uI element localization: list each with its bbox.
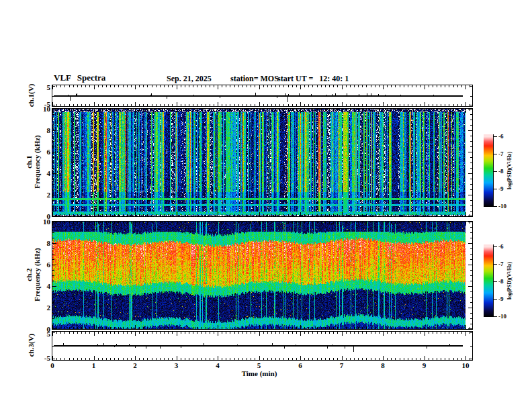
colorbar-tick-label: -9: [498, 185, 504, 192]
panel-ch1-voltage: [52, 85, 473, 107]
colorbar-tick-label: -7: [498, 261, 504, 267]
time-tick-label: 10: [462, 361, 470, 369]
ch2-colorbar-label: log(PSD)(V²/Hz): [506, 262, 513, 300]
ch1-frequency-axis-label: ch.1 Frequency (kHz): [25, 135, 41, 189]
time-tick-label: 8: [381, 361, 385, 369]
ch1-waveform-canvas: [52, 85, 472, 106]
plot-start-ut: start UT = 12: 40: 1: [277, 74, 349, 84]
ch3-waveform-canvas: [52, 332, 472, 360]
ch2-spectrogram-canvas: [52, 222, 472, 329]
plot-date: Sep. 21, 2025: [167, 74, 212, 84]
time-tick-label: 0: [50, 361, 54, 369]
ch1-spectrogram-canvas: [52, 109, 472, 216]
time-tick-label: 6: [298, 361, 302, 369]
plot-station: station= MOS: [230, 74, 279, 84]
ch2-frequency-axis-label-line2: Frequency (kHz): [33, 248, 41, 302]
colorbar-tick-label: -8: [498, 168, 504, 175]
ch1-freq-tick-label: 4: [26, 170, 50, 177]
colorbar-tick-label: -10: [498, 203, 506, 210]
colorbar-tick-label: -6: [498, 243, 504, 250]
time-tick-label: 1: [92, 361, 96, 369]
time-tick-label: 5: [257, 361, 261, 369]
ch2-freq-tick-label: 10: [26, 218, 50, 226]
time-axis-label: Time (min): [242, 369, 277, 377]
panel-ch2-spectrogram: [52, 221, 473, 330]
page-title: VLF Spectra: [54, 73, 105, 83]
ch2-freq-tick-label: 8: [26, 240, 50, 247]
time-tick-label: 9: [423, 361, 427, 369]
time-tick-label: 3: [175, 361, 179, 369]
ch1-frequency-axis-label-line1: ch.1: [25, 135, 33, 189]
colorbar-tick-label: -7: [498, 150, 504, 157]
colorbar-tick-label: -6: [498, 133, 504, 140]
ch1-colorbar: [484, 134, 498, 207]
time-tick-label: 7: [340, 361, 344, 369]
ch2-freq-tick-label: 6: [26, 261, 50, 269]
ch3-volt-tick-label: 5: [26, 330, 50, 338]
ch1-freq-tick-label: 8: [26, 127, 50, 134]
ch3-volt-tick-label: -5: [26, 355, 50, 362]
panel-ch3-voltage: [52, 331, 473, 361]
colorbar-tick-label: -8: [498, 278, 504, 285]
vlf-spectra-plot: VLF Spectra Sep. 21, 2025 station= MOS s…: [0, 0, 532, 411]
ch2-colorbar: [484, 244, 498, 317]
ch1-volt-tick-label: 5: [26, 84, 50, 91]
ch1-freq-tick-label: 2: [26, 191, 50, 199]
time-tick-label: 4: [216, 361, 220, 369]
panel-ch1-spectrogram: [52, 108, 473, 217]
colorbar-tick-label: -10: [498, 313, 506, 320]
ch2-freq-tick-label: 2: [26, 304, 50, 312]
ch1-colorbar-label: log(PSD)(V²/Hz): [506, 152, 513, 189]
time-tick-label: 2: [133, 361, 137, 369]
ch2-frequency-axis-label: ch.2 Frequency (kHz): [25, 248, 41, 302]
ch2-frequency-axis-label-line1: ch.2: [25, 248, 33, 302]
ch1-frequency-axis-label-line2: Frequency (kHz): [33, 135, 41, 189]
colorbar-tick-label: -9: [498, 295, 504, 302]
ch2-freq-tick-label: 4: [26, 283, 50, 290]
ch1-volt-tick-label: -5: [26, 101, 50, 108]
ch1-freq-tick-label: 6: [26, 148, 50, 156]
